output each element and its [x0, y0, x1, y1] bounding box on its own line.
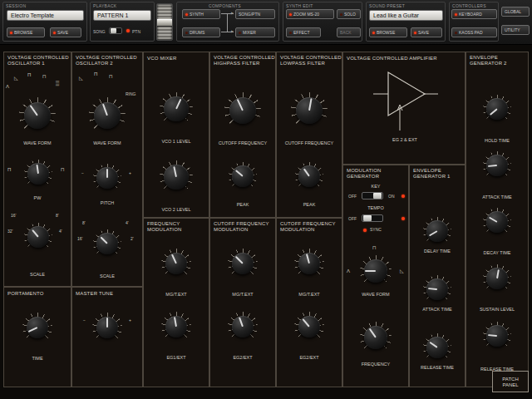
- square-wave-icon: Π: [7, 167, 11, 172]
- mg-key-on-label: ON: [388, 194, 395, 199]
- global-label: GLOBAL: [505, 9, 521, 14]
- mg-frequency-knob[interactable]: [360, 322, 392, 353]
- session-save-button[interactable]: SAVE: [50, 27, 81, 37]
- preset-save-button[interactable]: SAVE: [411, 27, 442, 37]
- mg-tempo-label: TEMPO: [343, 205, 408, 210]
- portamento-time-knob[interactable]: [22, 313, 52, 342]
- mixer-button[interactable]: MIXER: [235, 27, 275, 37]
- mg-waveform-knob[interactable]: [360, 255, 392, 287]
- master-volume-fader[interactable]: [156, 3, 173, 41]
- saw-wave-icon: ◺: [400, 268, 404, 273]
- preset-browse-button[interactable]: BROWSE: [369, 27, 407, 37]
- global-button[interactable]: GLOBAL: [501, 7, 530, 17]
- hpf-mod-title-line1: CUTOFF FREQUENCY: [214, 221, 269, 226]
- vco2-level-knob[interactable]: [160, 160, 193, 194]
- eg1-title-line2: GENERATOR 1: [413, 174, 451, 179]
- drums-button[interactable]: DRUMS: [182, 27, 220, 37]
- synth-label: SYNTH: [190, 12, 204, 17]
- eg1-attack-knob[interactable]: [423, 275, 451, 303]
- plus-tick: +: [129, 318, 131, 323]
- led: [239, 32, 241, 34]
- noise-wave-icon: ▒: [56, 81, 59, 86]
- controllers-section: CONTROLLERS KEYBOARD KAOSS PAD: [449, 2, 499, 42]
- synth-edit-section: SYNTH EDIT ZOOM MS-20 SOLO EFFECT BACK: [283, 2, 362, 42]
- utility-label: UTILITY: [505, 27, 520, 32]
- sound-preset-dropdown[interactable]: Lead like a Guitar: [369, 10, 443, 21]
- eg2-sustain-label: SUSTAIN LEVEL: [466, 307, 528, 312]
- vco1-scale-knob[interactable]: [24, 223, 52, 251]
- lpf-mod-eg2-knob[interactable]: [294, 312, 324, 342]
- hpf-mod-mg-knob[interactable]: [228, 249, 258, 278]
- eg2-title-line1: ENVELOPE: [470, 55, 498, 60]
- hpf-cutoff-knob[interactable]: [224, 92, 261, 129]
- lpf-peak-label: PEAK: [277, 202, 342, 207]
- vco2-pitch-knob[interactable]: [93, 164, 121, 192]
- lpf-mod-mg-knob[interactable]: [294, 249, 324, 278]
- zoom-ms20-label: ZOOM MS-20: [293, 12, 319, 17]
- eg2-sustain-knob[interactable]: [483, 264, 511, 293]
- pattern-dropdown[interactable]: PATTERN 1: [93, 10, 151, 21]
- mg-key-led: [401, 195, 405, 198]
- session-preset-dropdown[interactable]: Electro Template: [7, 10, 84, 21]
- eg2-decay-knob[interactable]: [483, 208, 511, 236]
- vco2-waveform-knob[interactable]: [89, 97, 126, 134]
- led: [372, 32, 375, 34]
- utility-button[interactable]: UTILITY: [501, 25, 530, 35]
- ptn-label: PTN: [132, 29, 140, 34]
- led: [289, 13, 292, 16]
- led: [53, 32, 56, 34]
- drums-label: DRUMS: [190, 30, 204, 35]
- song-ptn-toggle[interactable]: [109, 27, 122, 34]
- eg2-release-knob[interactable]: [483, 322, 511, 350]
- modulation-generator-section: MODULATION GENERATOR KEY OFF ON TEMPO OF…: [342, 165, 409, 387]
- vco1-level-knob[interactable]: [160, 92, 193, 126]
- flow-arrow-icon: ▶: [231, 12, 234, 15]
- eg2-title-line2: GENERATOR 2: [470, 61, 507, 66]
- back-button[interactable]: BACK: [337, 27, 361, 37]
- led: [455, 32, 457, 34]
- hpf-peak-knob[interactable]: [229, 162, 257, 190]
- lpf-cutoff-knob[interactable]: [291, 92, 328, 129]
- square-wave-icon: Π: [94, 71, 97, 76]
- tick-label: 8': [82, 220, 86, 225]
- eg2-hold-knob[interactable]: [483, 95, 511, 123]
- mg-key-label: KEY: [343, 184, 408, 189]
- amplifier-symbol: [367, 67, 443, 134]
- synth-button[interactable]: SYNTH: [182, 9, 220, 19]
- solo-button[interactable]: SOLO: [337, 9, 361, 19]
- eg1-delay-label: DELAY TIME: [410, 249, 465, 254]
- kaoss-pad-button[interactable]: KAOSS PAD: [451, 27, 497, 37]
- session-save-label: SAVE: [57, 30, 68, 35]
- patch-panel-button[interactable]: PATCH PANEL: [492, 371, 529, 392]
- pulse-wave-icon: ⊓: [42, 74, 47, 79]
- mg-sync-led: [363, 229, 367, 232]
- freq-mod-eg1-knob[interactable]: [161, 312, 191, 342]
- song-ptn-button[interactable]: SONG/PTN: [235, 9, 275, 19]
- eg1-delay-knob[interactable]: [423, 217, 451, 245]
- freq-mod-mg-knob[interactable]: [161, 249, 191, 278]
- tick-label: 4': [59, 229, 62, 234]
- master-tune-knob[interactable]: [92, 313, 122, 342]
- lpf-peak-knob[interactable]: [295, 162, 323, 190]
- saw-wave-icon: ◺: [14, 76, 18, 81]
- frequency-modulation-section: FREQUENCY MODULATION MG/T.EXT EG1/EXT: [143, 218, 209, 387]
- effect-button[interactable]: EFFECT: [286, 27, 321, 37]
- hpf-mod-eg2-knob[interactable]: [228, 312, 258, 342]
- keyboard-button[interactable]: KEYBOARD: [451, 9, 497, 19]
- vco2-scale-knob[interactable]: [93, 229, 121, 258]
- preset-save-label: SAVE: [418, 30, 429, 35]
- vco2-pitch-label: PITCH: [72, 200, 142, 205]
- eg2-attack-knob[interactable]: [483, 151, 511, 180]
- controllers-title: CONTROLLERS: [452, 3, 486, 8]
- mg-key-toggle[interactable]: [362, 192, 383, 200]
- tick-label: 32': [7, 229, 13, 234]
- led: [10, 32, 12, 34]
- eg1-release-knob[interactable]: [423, 333, 451, 362]
- session-browse-button[interactable]: BROWSE: [7, 27, 45, 37]
- mg-tempo-toggle[interactable]: [362, 214, 383, 222]
- app-window: SESSION Electro Template BROWSE SAVE PLA…: [0, 0, 532, 399]
- vco1-pw-knob[interactable]: [24, 160, 52, 188]
- vco1-waveform-knob[interactable]: [19, 97, 56, 134]
- zoom-ms20-button[interactable]: ZOOM MS-20: [286, 9, 334, 19]
- hpf-mod-mg-label: MG/T.EXT: [210, 292, 275, 297]
